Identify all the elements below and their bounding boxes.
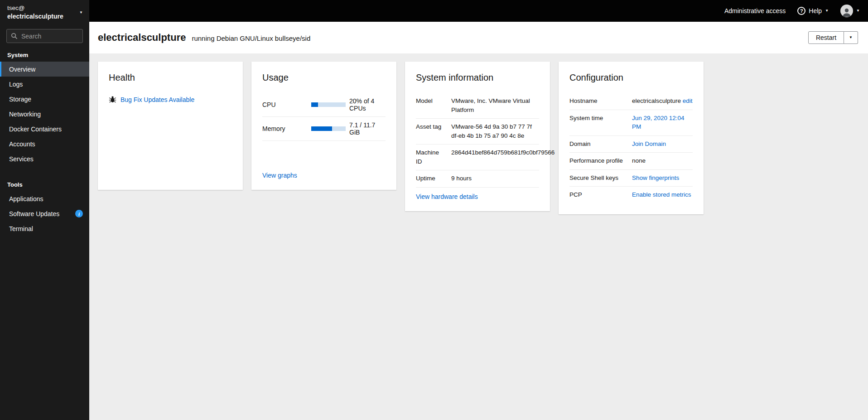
health-card: Health Bug Fix Updates Available (98, 62, 243, 190)
pcp-row: PCP Enable stored metrics (569, 187, 693, 203)
sidebar-item-overview[interactable]: Overview (0, 62, 89, 77)
model-row: Model VMware, Inc. VMware Virtual Platfo… (416, 93, 539, 119)
machine-id-row: Machine ID 2864d41bef864d759b681f9c0bf79… (416, 145, 539, 170)
administrative-access-button[interactable]: Administrative access (724, 7, 786, 14)
overview-content: Health Bug Fix Updates Available Usage C… (89, 53, 868, 420)
model-value: VMware, Inc. VMware Virtual Platform (451, 97, 539, 114)
cpu-progress-bar (311, 102, 346, 107)
system-time-link[interactable]: Jun 29, 2020 12:04 PM (632, 115, 685, 130)
sidebar-item-storage[interactable]: Storage (0, 92, 89, 106)
sidebar-item-services[interactable]: Services (0, 151, 89, 166)
asset-tag-label: Asset tag (416, 122, 447, 131)
secure-shell-keys-row: Secure Shell keys Show fingerprints (569, 170, 693, 187)
sidebar-section-system: System (0, 45, 89, 62)
model-label: Model (416, 97, 447, 106)
chevron-down-icon: ▼ (849, 36, 853, 39)
usage-card: Usage CPU 20% of 4 CPUs Memory 7.1 / 11.… (251, 62, 396, 190)
system-information-card: System information Model VMware, Inc. VM… (405, 62, 550, 211)
chevron-down-icon: ▼ (825, 9, 829, 13)
health-card-title: Health (109, 72, 232, 83)
bug-icon (109, 96, 116, 103)
system-time-label: System time (569, 114, 627, 123)
sidebar-item-label: Services (9, 155, 34, 163)
sidebar-item-logs[interactable]: Logs (0, 77, 89, 92)
memory-value: 7.1 / 11.7 GiB (349, 121, 386, 136)
administrative-access-label: Administrative access (724, 7, 786, 14)
search-icon (11, 33, 18, 41)
host-name: electricalsculpture (7, 12, 79, 21)
sidebar: tsec@ electricalsculpture ▼ System Overv… (0, 0, 89, 420)
show-fingerprints-link[interactable]: Show fingerprints (632, 174, 679, 181)
hostname-label: Hostname (569, 97, 627, 106)
hostname-edit-link[interactable]: edit (683, 97, 693, 104)
cpu-value: 20% of 4 CPUs (349, 97, 386, 112)
domain-row: Domain Join Domain (569, 136, 693, 153)
search-input[interactable] (6, 29, 83, 43)
sidebar-item-label: Storage (9, 96, 31, 103)
host-switcher[interactable]: tsec@ electricalsculpture ▼ (0, 0, 89, 24)
sidebar-item-label: Overview (9, 66, 35, 73)
enable-stored-metrics-link[interactable]: Enable stored metrics (632, 191, 691, 198)
sidebar-item-label: Logs (9, 81, 23, 88)
bug-fix-updates-link[interactable]: Bug Fix Updates Available (121, 96, 194, 103)
host-user: tsec@ (7, 4, 79, 12)
view-graphs-link[interactable]: View graphs (262, 172, 386, 179)
sidebar-item-software-updates[interactable]: Software Updates i (0, 206, 89, 221)
domain-label: Domain (569, 140, 627, 149)
pcp-label: PCP (569, 190, 627, 199)
help-icon: ? (797, 7, 805, 15)
join-domain-link[interactable]: Join Domain (632, 140, 666, 147)
cpu-usage-row: CPU 20% of 4 CPUs (262, 93, 386, 117)
performance-profile-label: Performance profile (569, 156, 627, 165)
tools-nav: Applications Software Updates i Terminal (0, 191, 89, 236)
hostname-value-wrap: electricalsculpture edit (632, 97, 693, 106)
restart-split-button: Restart ▼ (808, 31, 858, 44)
cpu-progress-fill (311, 102, 318, 107)
session-menu-button[interactable]: ▼ (840, 5, 860, 17)
memory-label: Memory (262, 125, 308, 132)
sidebar-item-label: Networking (9, 111, 41, 118)
sidebar-item-label: Accounts (9, 140, 35, 148)
memory-progress-bar (311, 126, 346, 131)
sidebar-item-applications[interactable]: Applications (0, 191, 89, 206)
configuration-card-title: Configuration (569, 72, 693, 83)
user-icon (841, 6, 852, 17)
sidebar-item-label: Applications (9, 195, 43, 203)
sidebar-item-terminal[interactable]: Terminal (0, 221, 89, 236)
page-title: electricalsculpture running Debian GNU/L… (98, 32, 310, 43)
sidebar-item-docker-containers[interactable]: Docker Containers (0, 121, 89, 136)
os-subtitle: running Debian GNU/Linux bullseye/sid (192, 34, 310, 42)
sidebar-item-networking[interactable]: Networking (0, 106, 89, 121)
help-menu-button[interactable]: ? Help ▼ (797, 7, 829, 15)
system-nav: Overview Logs Storage Networking Docker … (0, 62, 89, 166)
secure-shell-keys-label: Secure Shell keys (569, 174, 627, 183)
performance-profile-value: none (632, 156, 693, 165)
usage-card-title: Usage (262, 72, 386, 83)
hostname-value: electricalsculpture (632, 97, 681, 104)
host-switcher-text: tsec@ electricalsculpture (7, 4, 79, 21)
restart-dropdown-toggle[interactable]: ▼ (844, 31, 858, 44)
view-hardware-details-link[interactable]: View hardware details (416, 188, 539, 200)
configuration-card: Configuration Hostname electricalsculptu… (559, 62, 704, 214)
sidebar-search (6, 29, 83, 43)
help-label: Help (809, 7, 822, 14)
performance-profile-row: Performance profile none (569, 153, 693, 170)
machine-id-label: Machine ID (416, 148, 447, 166)
restart-button[interactable]: Restart (808, 31, 844, 44)
page-header: electricalsculpture running Debian GNU/L… (89, 22, 868, 53)
chevron-down-icon: ▼ (856, 9, 860, 13)
chevron-down-icon: ▼ (79, 11, 83, 14)
asset-tag-row: Asset tag VMware-56 4d 9a 30 b7 77 7f df… (416, 119, 539, 145)
sidebar-section-tools: Tools (0, 174, 89, 191)
system-time-row: System time Jun 29, 2020 12:04 PM (569, 110, 693, 136)
sidebar-item-label: Software Updates (9, 210, 59, 217)
cpu-label: CPU (262, 101, 308, 108)
sidebar-item-label: Terminal (9, 225, 33, 232)
system-information-card-title: System information (416, 72, 539, 83)
memory-progress-fill (311, 126, 332, 131)
sidebar-item-accounts[interactable]: Accounts (0, 136, 89, 151)
machine-id-value: 2864d41bef864d759b681f9c0bf79566 (451, 148, 555, 157)
sidebar-item-label: Docker Containers (9, 126, 62, 133)
avatar (840, 5, 853, 17)
uptime-label: Uptime (416, 174, 447, 183)
